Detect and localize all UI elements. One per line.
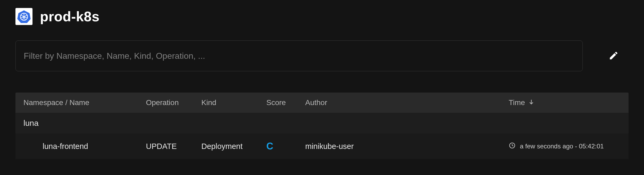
time-text: a few seconds ago - 05:42:01: [520, 143, 604, 150]
clock-icon: [509, 142, 516, 151]
pencil-icon: [609, 51, 619, 61]
table-header-row: Namespace / Name Operation Kind Score Au…: [15, 93, 629, 113]
table-row[interactable]: luna-frontend UPDATE Deployment C miniku…: [15, 134, 629, 159]
score-badge: C: [266, 141, 273, 152]
col-header-time[interactable]: Time: [509, 98, 621, 107]
events-table: Namespace / Name Operation Kind Score Au…: [15, 93, 629, 159]
col-header-time-label: Time: [509, 98, 525, 107]
col-header-score[interactable]: Score: [266, 98, 305, 107]
cell-author: minikube-user: [305, 142, 509, 151]
svg-line-13: [512, 145, 513, 146]
col-header-namespace-name[interactable]: Namespace / Name: [23, 98, 146, 107]
sort-desc-icon: [528, 98, 535, 107]
namespace-label: luna: [23, 119, 146, 128]
namespace-group-row[interactable]: luna: [15, 113, 629, 134]
col-header-author[interactable]: Author: [305, 98, 509, 107]
col-header-kind[interactable]: Kind: [201, 98, 266, 107]
cell-operation: UPDATE: [146, 142, 201, 151]
cell-time: a few seconds ago - 05:42:01: [509, 142, 621, 151]
cell-score: C: [266, 141, 305, 152]
cell-name: luna-frontend: [23, 142, 146, 151]
cell-kind: Deployment: [201, 142, 266, 151]
filter-input[interactable]: [15, 40, 583, 71]
page-header: prod-k8s: [15, 8, 629, 25]
edit-button[interactable]: [607, 49, 621, 63]
kubernetes-icon: [15, 8, 32, 25]
col-header-operation[interactable]: Operation: [146, 98, 201, 107]
page-title: prod-k8s: [40, 9, 100, 24]
filter-bar: [15, 40, 629, 71]
